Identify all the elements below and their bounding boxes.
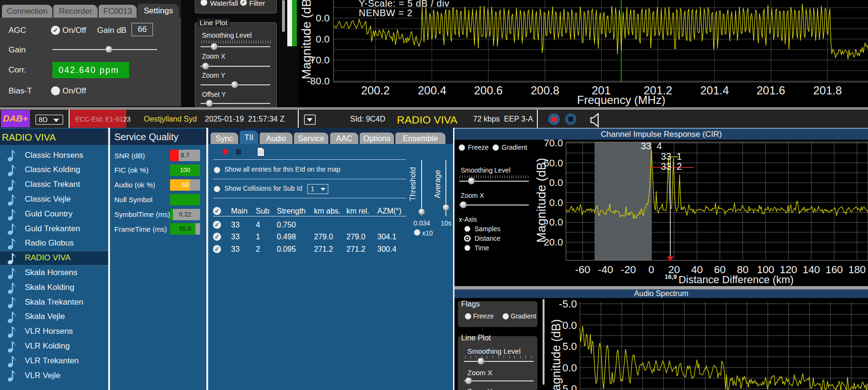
svg-text:0: 0 — [648, 264, 654, 276]
svg-text:140: 140 — [803, 264, 820, 276]
svg-text:200.6: 200.6 — [474, 84, 503, 97]
svg-text:0.0: 0.0 — [549, 177, 563, 188]
svg-text:200.2: 200.2 — [361, 84, 390, 97]
svg-text:5.0: 5.0 — [562, 383, 577, 390]
svg-text:Magnitude (dB: Magnitude (dB — [299, 0, 313, 80]
svg-text:-20: -20 — [621, 264, 636, 276]
svg-text:70.0: 70.0 — [544, 140, 563, 148]
svg-text:16,9: 16,9 — [665, 273, 676, 280]
svg-text:0.0: 0.0 — [562, 319, 577, 331]
svg-text:33 4: 33 4 — [641, 141, 662, 151]
svg-text:-60: -60 — [575, 264, 590, 276]
svg-text:Frequency (MHz): Frequency (MHz) — [577, 93, 665, 106]
svg-text:-5.0: -5.0 — [559, 298, 577, 310]
svg-text:0.0: 0.0 — [316, 12, 330, 23]
svg-text:201.4: 201.4 — [700, 84, 729, 97]
svg-text:0.0: 0.0 — [316, 33, 330, 44]
svg-text:0.0: 0.0 — [549, 197, 563, 208]
svg-text:5.0: 5.0 — [562, 340, 577, 352]
svg-text:160: 160 — [826, 264, 843, 276]
svg-text:33 2: 33 2 — [661, 161, 682, 172]
svg-text:33 1: 33 1 — [661, 151, 682, 162]
svg-text:201.8: 201.8 — [813, 84, 842, 97]
svg-text:201.6: 201.6 — [757, 84, 785, 97]
svg-text:-40: -40 — [598, 264, 613, 276]
svg-text:0.0: 0.0 — [562, 362, 577, 374]
svg-text:180: 180 — [848, 264, 866, 276]
svg-text:Magnitude (dB): Magnitude (dB) — [534, 158, 548, 243]
svg-text:0.0: 0.0 — [549, 216, 563, 227]
svg-text:200.4: 200.4 — [418, 84, 446, 97]
svg-text:Magnitude (dB): Magnitude (dB) — [549, 319, 563, 390]
svg-text:Distance Difference (km): Distance Difference (km) — [678, 274, 794, 286]
svg-text:NENBW = 2: NENBW = 2 — [359, 8, 413, 18]
svg-text:200.8: 200.8 — [531, 84, 559, 97]
